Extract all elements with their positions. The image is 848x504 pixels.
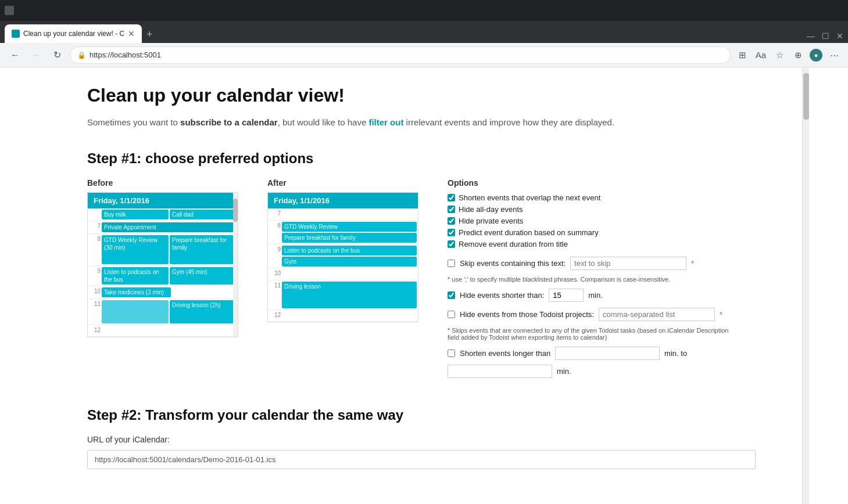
browser-tab-bar: Clean up your calendar view! - C ✕ + — ☐… — [0, 21, 848, 43]
after-events-7 — [281, 208, 418, 220]
empty-col — [172, 287, 237, 297]
empty-event — [102, 300, 169, 323]
option-predict-duration: Predict event duration based on summary — [448, 228, 773, 237]
checkbox-hide-shorter[interactable] — [448, 291, 455, 299]
favorites-icon[interactable]: ☆ — [772, 48, 786, 62]
after-events-11: Driving lesson — [281, 280, 418, 309]
forward-button[interactable]: → — [28, 47, 44, 63]
shorten-longer-row: Shorten events longer than min. to min. — [448, 347, 773, 378]
before-cal-scrollbar[interactable] — [233, 193, 238, 337]
page-content: Clean up your calendar view! Sometimes y… — [0, 67, 802, 504]
window-minimize[interactable]: — — [807, 31, 815, 41]
profile-icon[interactable]: ● — [810, 49, 822, 62]
after-gtd-event: GTD Weekly Review — [282, 222, 417, 232]
shorten-longer-input1[interactable] — [555, 347, 660, 360]
subtitle-filter: filter out — [368, 117, 403, 127]
label-hide-todoist: Hide events from those Todoist projects: — [460, 310, 594, 319]
checkbox-remove-duration[interactable] — [448, 240, 455, 248]
grid-icon[interactable]: ⊞ — [735, 48, 749, 62]
after-time-10: 10 — [268, 268, 281, 280]
label-min2: min. — [557, 367, 571, 376]
read-mode-icon[interactable]: Aa — [754, 48, 768, 62]
page-scrollbar[interactable] — [802, 67, 809, 504]
checkbox-hide-allday[interactable] — [448, 206, 455, 213]
time-12: 12 — [88, 325, 101, 336]
page-scrollbar-thumb — [803, 73, 809, 120]
after-time-row-10: 10 — [268, 268, 418, 280]
after-time-11: 11 — [268, 280, 281, 309]
after-breakfast-event: Prepare breakfast for family — [282, 233, 417, 243]
ical-url-input[interactable] — [87, 450, 756, 469]
window-maximize[interactable]: ☐ — [822, 31, 829, 41]
before-time-row-12: 12 — [88, 325, 238, 337]
after-calendar-col: After Friday, 1/1/2016 7 8 GTD Weekly Re… — [267, 178, 424, 384]
tab-title: Clean up your calendar view! - C — [23, 30, 124, 38]
toolbar-icons: ⊞ Aa ☆ ⊕ ● ⋯ — [735, 48, 841, 62]
after-calendar: Friday, 1/1/2016 7 8 GTD Weekly Review P… — [267, 192, 418, 322]
todoist-input[interactable] — [599, 308, 715, 321]
before-events-12 — [101, 325, 238, 336]
after-time-row-11: 11 Driving lesson — [268, 280, 418, 310]
time-11: 11 — [88, 299, 101, 325]
address-bar[interactable]: 🔒 https://localhost:5001 — [70, 46, 731, 64]
new-tab-button[interactable]: + — [146, 28, 153, 41]
tab-close-button[interactable]: ✕ — [128, 29, 135, 38]
checkbox-shorten-longer[interactable] — [448, 350, 455, 357]
time-9: 9 — [88, 266, 101, 286]
before-label: Before — [87, 178, 244, 188]
take-medicines-event: Take medicines (3 min) — [102, 287, 171, 297]
step2-heading: Step #2: Transform your calendar the sam… — [87, 407, 773, 423]
all-day-event-buy-milk: Buy milk — [102, 210, 169, 219]
skip-hint: * use ';' to specify multiple blackliste… — [448, 276, 738, 283]
checkbox-predict-duration[interactable] — [448, 229, 455, 236]
label-min: min. — [588, 291, 603, 300]
checkbox-hide-todoist[interactable] — [448, 311, 455, 318]
after-time-8: 8 — [268, 221, 281, 244]
window-close[interactable]: ✕ — [836, 31, 843, 41]
skip-text-row: Skip events containing this text: * — [448, 257, 773, 270]
all-day-events-row: Buy milk Call dad — [88, 208, 238, 221]
step1-heading: Step #1: choose preferred options — [87, 150, 773, 167]
favorites-bar-icon[interactable]: ⊕ — [791, 48, 805, 62]
driving-lesson-event: Driving lesson (2h) — [170, 300, 237, 323]
after-time-7: 7 — [268, 208, 281, 220]
tab-favicon — [12, 30, 20, 38]
before-calendar-col: Before Friday, 1/1/2016 Buy milk Call da… — [87, 178, 244, 384]
after-time-12: 12 — [268, 310, 281, 321]
after-time-9: 9 — [268, 244, 281, 268]
page-wrapper: Clean up your calendar view! Sometimes y… — [0, 67, 848, 504]
label-min-to: min. to — [664, 349, 687, 358]
time-7: 7 — [88, 221, 101, 233]
menu-icon[interactable]: ⋯ — [827, 48, 841, 62]
before-time-row-11: 11 Driving lesson (2h) — [88, 299, 238, 325]
shorten-longer-input2[interactable] — [448, 365, 552, 378]
browser-tab[interactable]: Clean up your calendar view! - C ✕ — [5, 24, 142, 43]
checkbox-shorten-overlap[interactable] — [448, 194, 455, 201]
hide-shorter-row: Hide events shorter than: min. — [448, 289, 773, 302]
label-skip-text: Skip events containing this text: — [460, 259, 566, 268]
after-driving-event: Driving lesson — [282, 282, 417, 308]
label-shorten-overlap: Shorten events that overlap the next eve… — [459, 193, 600, 202]
browser-sidebar-icon[interactable] — [5, 6, 14, 15]
gym-event: Gym (45 min) — [170, 267, 237, 285]
reload-button[interactable]: ↻ — [49, 47, 65, 63]
hide-shorter-input[interactable] — [549, 289, 584, 302]
label-hide-private: Hide private events — [459, 217, 523, 225]
after-time-row-12: 12 — [268, 310, 418, 322]
back-button[interactable]: ← — [7, 47, 23, 63]
time-10: 10 — [88, 286, 101, 298]
checkbox-hide-private[interactable] — [448, 217, 455, 225]
label-predict-duration: Predict event duration based on summary — [459, 228, 599, 237]
url-text: https://localhost:5001 — [90, 51, 161, 59]
option-shorten-overlap: Shorten events that overlap the next eve… — [448, 193, 773, 202]
hide-todoist-row: Hide events from those Todoist projects:… — [448, 308, 773, 321]
checkbox-skip-text[interactable] — [448, 260, 455, 267]
skip-text-input[interactable] — [570, 257, 686, 270]
after-cal-header: Friday, 1/1/2016 — [268, 193, 418, 208]
after-time-row-7: 7 — [268, 208, 418, 221]
lock-icon: 🔒 — [77, 51, 86, 59]
option-remove-duration: Remove event duration from title — [448, 240, 773, 249]
after-gym-event: Gym — [282, 257, 417, 267]
options-checkboxes-list: Shorten events that overlap the next eve… — [448, 193, 773, 249]
before-calendar: Friday, 1/1/2016 Buy milk Call dad 7 Pri… — [87, 192, 238, 337]
